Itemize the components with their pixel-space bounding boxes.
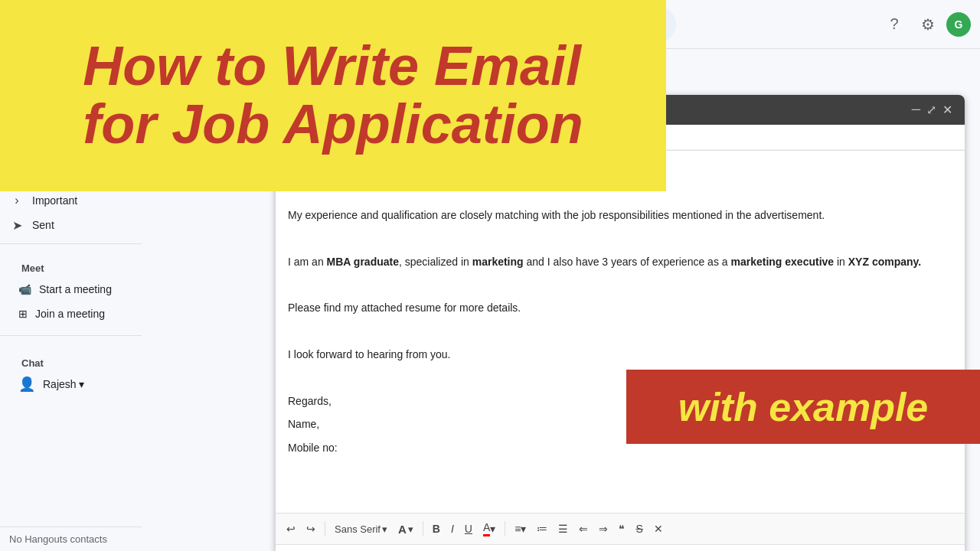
- toolbar-divider-2: [423, 521, 423, 536]
- compose-body[interactable]: of Marketing Executive in ABC foundation…: [276, 151, 965, 513]
- align-button[interactable]: ≡ ▾: [510, 520, 531, 538]
- redo-button[interactable]: ↪: [302, 520, 320, 538]
- compose-header-icons: ─ ⤢ ✕: [912, 103, 952, 117]
- settings-button[interactable]: ⚙: [913, 9, 943, 40]
- undo-button[interactable]: ↩: [282, 520, 300, 538]
- quote-icon: ❝: [619, 523, 625, 535]
- bulleted-list-button[interactable]: ☰: [554, 520, 573, 538]
- grid-icon: ⊞: [18, 308, 28, 320]
- sidebar-item-rajesh[interactable]: 👤 Rajesh ▾: [9, 372, 126, 396]
- chat-contact-label: Rajesh ▾: [43, 378, 84, 390]
- font-size-label: A: [398, 523, 407, 536]
- quote-button[interactable]: ❝: [614, 520, 629, 538]
- help-icon: ?: [890, 15, 898, 33]
- indent-less-button[interactable]: ⇐: [574, 520, 593, 538]
- help-button[interactable]: ?: [879, 9, 910, 40]
- compose-action-bar: Send ▾ A 📎 🔗 😊 ▲ 🖼 🔒: [276, 544, 965, 551]
- body-paragraph-5: I look forward to hearing from you.: [288, 346, 952, 363]
- sidebar-item-important[interactable]: › Important: [0, 188, 136, 213]
- font-family-dropdown-icon: ▾: [382, 523, 387, 535]
- compose-toolbar: ↩ ↪ Sans Serif ▾ A ▾ B I U A ▾ ≡ ▾: [276, 513, 965, 544]
- sidebar-item-sent[interactable]: ➤ Sent: [0, 213, 136, 237]
- overlay-title-line2: for Job Application: [83, 96, 583, 154]
- align-icon: ≡: [514, 523, 521, 535]
- overlay-banner: How to Write Email for Job Application: [0, 0, 666, 191]
- sidebar-item-label: Important: [32, 194, 77, 207]
- sidebar-item-join-meeting[interactable]: ⊞ Join a meeting: [9, 302, 126, 326]
- meet-section: Meet 📹 Start a meeting ⊞ Join a meeting: [0, 250, 142, 329]
- text-color-button[interactable]: A ▾: [479, 518, 500, 540]
- overlay-title: How to Write Email for Job Application: [83, 37, 583, 153]
- sidebar-item-start-meeting[interactable]: 📹 Start a meeting: [9, 277, 126, 302]
- numbered-list-icon: ≔: [537, 523, 547, 535]
- indent-more-icon: ⇒: [599, 523, 608, 535]
- video-icon: 📹: [18, 283, 31, 295]
- font-size-dropdown-icon: ▾: [408, 523, 413, 535]
- clear-format-icon: ✕: [654, 523, 663, 535]
- indent-less-icon: ⇐: [579, 523, 588, 535]
- underline-button[interactable]: U: [460, 520, 477, 538]
- body-paragraph-2: My experience and qualification are clos…: [288, 207, 952, 223]
- body-paragraph-blank-4: [288, 323, 952, 340]
- meet-section-title: Meet: [9, 253, 132, 277]
- clear-format-button[interactable]: ✕: [649, 520, 668, 538]
- chat-section-title: Chat: [9, 348, 132, 372]
- user-avatar[interactable]: G: [946, 12, 971, 37]
- bold-button[interactable]: B: [428, 520, 445, 538]
- toolbar-divider-1: [325, 521, 325, 536]
- sidebar-item-label: Sent: [32, 219, 54, 231]
- font-family-label: Sans Serif: [335, 523, 381, 535]
- overlay-title-line1: How to Write Email: [83, 37, 583, 96]
- minimize-icon[interactable]: ─: [912, 103, 920, 117]
- sent-icon: ➤: [9, 218, 24, 233]
- join-meeting-label: Join a meeting: [35, 308, 105, 320]
- start-meeting-label: Start a meeting: [39, 283, 112, 295]
- strikethrough-icon: S: [635, 523, 642, 535]
- align-dropdown: ▾: [521, 523, 526, 535]
- hangouts-bar: No Hangouts contacts: [0, 527, 142, 551]
- text-color-icon: A: [483, 521, 490, 536]
- body-paragraph-3: I am an MBA graduate, specialized in mar…: [288, 253, 952, 270]
- topbar-icons: ? ⚙ G: [879, 9, 971, 40]
- italic-button[interactable]: I: [446, 520, 459, 538]
- important-icon: ›: [9, 194, 24, 207]
- indent-more-button[interactable]: ⇒: [594, 520, 612, 538]
- toolbar-divider-3: [505, 521, 505, 536]
- numbered-list-button[interactable]: ≔: [532, 520, 552, 538]
- overlay-bottom-banner: with example: [626, 370, 980, 444]
- expand-icon[interactable]: ⤢: [926, 103, 936, 117]
- strikethrough-button[interactable]: S: [631, 520, 647, 538]
- font-family-selector[interactable]: Sans Serif ▾: [330, 520, 392, 538]
- person-icon: 👤: [18, 376, 35, 393]
- bulleted-list-icon: ☰: [558, 523, 568, 535]
- body-paragraph-blank-2: [288, 230, 952, 246]
- body-paragraph-4: Please find my attached resume for more …: [288, 299, 952, 316]
- hangouts-text: No Hangouts contacts: [9, 533, 107, 545]
- settings-icon: ⚙: [921, 15, 935, 34]
- font-size-selector[interactable]: A ▾: [394, 520, 418, 539]
- close-icon[interactable]: ✕: [942, 103, 952, 117]
- text-color-dropdown: ▾: [490, 523, 495, 535]
- overlay-subtitle: with example: [678, 384, 929, 430]
- body-paragraph-blank-3: [288, 276, 952, 293]
- chat-section: Chat 👤 Rajesh ▾: [0, 342, 142, 399]
